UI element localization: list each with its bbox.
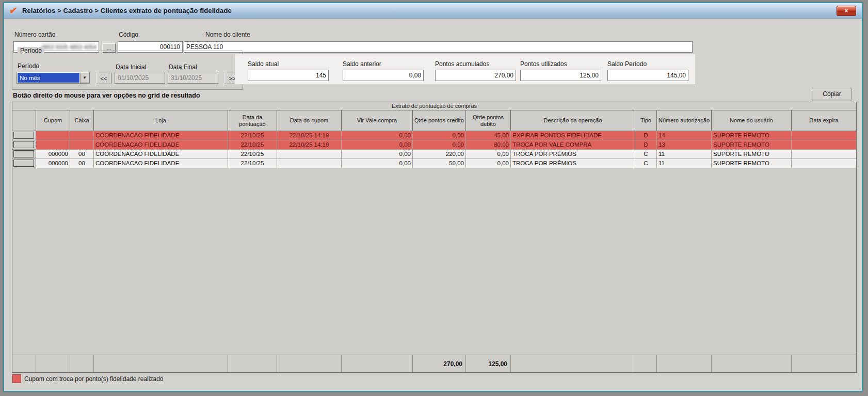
row-selector-cell <box>12 131 36 140</box>
totals-cell <box>36 355 70 372</box>
data-final-label: Data Final <box>169 64 197 71</box>
grid-cell: 22/10/25 14:19 <box>277 140 342 150</box>
saldo-periodo-value: 145,00 <box>667 72 686 79</box>
grid-cell: 0,00 <box>466 159 511 168</box>
saldos-panel: Saldo atual 145 Saldo anterior 0,00 Pont… <box>235 54 695 84</box>
grid-cell: 0,00 <box>342 140 413 150</box>
grid-cell: 220,00 <box>413 150 466 159</box>
titlebar: ✔ Relatórios > Cadastro > Clientes extra… <box>4 3 862 19</box>
grid-cell: 0,00 <box>342 131 413 140</box>
column-header[interactable]: Número autorização <box>657 110 712 131</box>
numero-cartao-label: Número cartão <box>14 31 55 38</box>
table-row[interactable]: 00000000COORDENACAO FIDELIDADE22/10/250,… <box>12 159 856 168</box>
grid-cell <box>277 159 342 168</box>
nome-cliente-field[interactable]: PESSOA 110 <box>184 41 693 53</box>
totals-cell <box>792 355 856 372</box>
column-header[interactable]: Nome do usuário <box>712 110 792 131</box>
totals-cell: 270,00 <box>413 355 466 372</box>
pontos-acumulados-label: Pontos acumulados <box>435 60 489 68</box>
table-row[interactable]: COORDENACAO FIDELIDADE22/10/2522/10/25 1… <box>12 140 856 150</box>
saldo-atual-field[interactable]: 145 <box>248 70 329 81</box>
grid-cell: COORDENACAO FIDELIDADE <box>94 159 228 168</box>
grid-cell: 0,00 <box>413 131 466 140</box>
grid-cell <box>70 131 94 140</box>
grid-body: COORDENACAO FIDELIDADE22/10/2522/10/25 1… <box>12 131 856 168</box>
periodo-selected-value: No mês <box>18 73 79 83</box>
totals-cell <box>511 355 635 372</box>
data-inicial-field[interactable]: 01/10/2025 <box>115 72 165 84</box>
saldo-anterior-value: 0,00 <box>409 72 421 79</box>
grid-cell: 22/10/25 <box>228 131 277 140</box>
column-header[interactable]: Cupom <box>36 110 70 131</box>
grid-cell: 00 <box>70 150 94 159</box>
grid-cell: SUPORTE REMOTO <box>712 131 792 140</box>
saldo-periodo-label: Saldo Período <box>607 60 647 68</box>
grid-cell <box>70 140 94 150</box>
column-header[interactable]: Caixa <box>70 110 94 131</box>
grid-cell <box>36 131 70 140</box>
results-grid: Extrato de pontuação de compras CupomCai… <box>12 102 857 373</box>
column-header[interactable]: Descrição da operação <box>511 110 635 131</box>
column-header[interactable]: Qtde pontos debito <box>466 110 511 131</box>
row-selector-cell <box>12 159 36 168</box>
totals-cell <box>635 355 657 372</box>
grid-cell: 22/10/25 14:19 <box>277 131 342 140</box>
totals-cell <box>12 355 36 372</box>
row-selector-cell <box>12 140 36 150</box>
prev-period-button[interactable]: << <box>96 73 111 84</box>
totals-cell <box>228 355 277 372</box>
table-row[interactable]: COORDENACAO FIDELIDADE22/10/2522/10/25 1… <box>12 131 856 140</box>
grid-cell: 000000 <box>36 159 70 168</box>
totals-cell <box>712 355 792 372</box>
totals-cell <box>94 355 228 372</box>
grid-cell: D <box>635 131 657 140</box>
pontos-acumulados-field[interactable]: 270,00 <box>435 70 516 81</box>
saldo-periodo-field[interactable]: 145,00 <box>607 70 688 81</box>
totals-cell <box>342 355 413 372</box>
grid-cell: EXPIRAR PONTOS FIDELIDADE <box>511 131 635 140</box>
grid-cell: 45,00 <box>466 131 511 140</box>
grid-cell: 50,00 <box>413 159 466 168</box>
grid-cell: D <box>635 140 657 150</box>
row-indicator-box <box>13 141 34 148</box>
copiar-button[interactable]: Copiar <box>812 88 852 100</box>
periodo-groupbox: Período Período No mês ▼ << Data Inicial… <box>12 51 243 90</box>
saldo-atual-value: 145 <box>316 72 326 79</box>
grid-cell <box>792 131 856 140</box>
table-row[interactable]: 00000000COORDENACAO FIDELIDADE22/10/250,… <box>12 150 856 159</box>
grid-cell: 00 <box>70 159 94 168</box>
grid-cell: C <box>635 150 657 159</box>
close-button[interactable]: × <box>837 6 856 16</box>
column-header[interactable]: Loja <box>94 110 228 131</box>
grid-empty-area <box>12 168 856 355</box>
legend: Cupom com troca por ponto(s) fidelidade … <box>12 374 163 383</box>
data-inicial-value: 01/10/2025 <box>118 74 149 82</box>
nome-cliente-value: PESSOA 110 <box>186 43 223 51</box>
codigo-label: Código <box>119 31 138 38</box>
pontos-utilizados-field[interactable]: 125,00 <box>520 70 601 81</box>
data-final-field[interactable]: 31/10/2025 <box>168 72 218 84</box>
totals-cell <box>277 355 342 372</box>
column-header[interactable]: Qtde pontos credito <box>413 110 466 131</box>
column-header[interactable]: Data expira <box>792 110 856 131</box>
grid-cell: 22/10/25 <box>228 159 277 168</box>
app-window: ✔ Relatórios > Cadastro > Clientes extra… <box>3 2 863 392</box>
grid-cell: 0,00 <box>342 159 413 168</box>
column-header[interactable]: Data da pontuação <box>228 110 277 131</box>
grid-cell: 000000 <box>36 150 70 159</box>
nome-cliente-label: Nome do cliente <box>205 31 250 38</box>
column-header[interactable]: Data do cupom <box>277 110 342 131</box>
grid-cell <box>792 150 856 159</box>
column-header[interactable]: Vlr Vale compra <box>342 110 413 131</box>
column-header[interactable] <box>12 110 36 131</box>
grid-cell: COORDENACAO FIDELIDADE <box>94 140 228 150</box>
grid-cell: 0,00 <box>342 150 413 159</box>
grid-cell <box>36 140 70 150</box>
totals-cell: 125,00 <box>466 355 511 372</box>
grid-cell: 0,00 <box>413 140 466 150</box>
grid-cell: TROCA POR PRÊMIOS <box>511 150 635 159</box>
periodo-select[interactable]: No mês ▼ <box>17 72 90 84</box>
column-header[interactable]: Tipo <box>635 110 657 131</box>
saldo-anterior-field[interactable]: 0,00 <box>343 70 424 81</box>
legend-red-swatch-icon <box>12 374 21 383</box>
